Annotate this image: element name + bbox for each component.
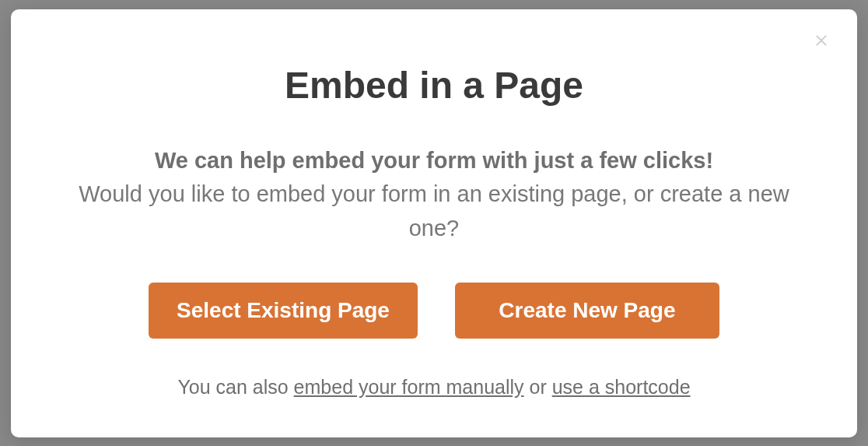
button-row: Select Existing Page Create New Page (73, 283, 795, 339)
footer-text: You can also embed your form manually or… (73, 376, 795, 399)
close-button[interactable] (810, 31, 832, 53)
modal-title: Embed in a Page (73, 64, 795, 107)
footer-mid: or (524, 376, 552, 398)
embed-manually-link[interactable]: embed your form manually (294, 376, 524, 398)
embed-modal: Embed in a Page We can help embed your f… (11, 9, 857, 437)
modal-description: Would you like to embed your form in an … (73, 177, 795, 245)
modal-subtitle: We can help embed your form with just a … (73, 144, 795, 178)
use-shortcode-link[interactable]: use a shortcode (552, 376, 691, 398)
select-existing-page-button[interactable]: Select Existing Page (149, 283, 418, 339)
create-new-page-button[interactable]: Create New Page (455, 283, 719, 339)
close-icon (812, 31, 831, 53)
footer-prefix: You can also (177, 376, 293, 398)
